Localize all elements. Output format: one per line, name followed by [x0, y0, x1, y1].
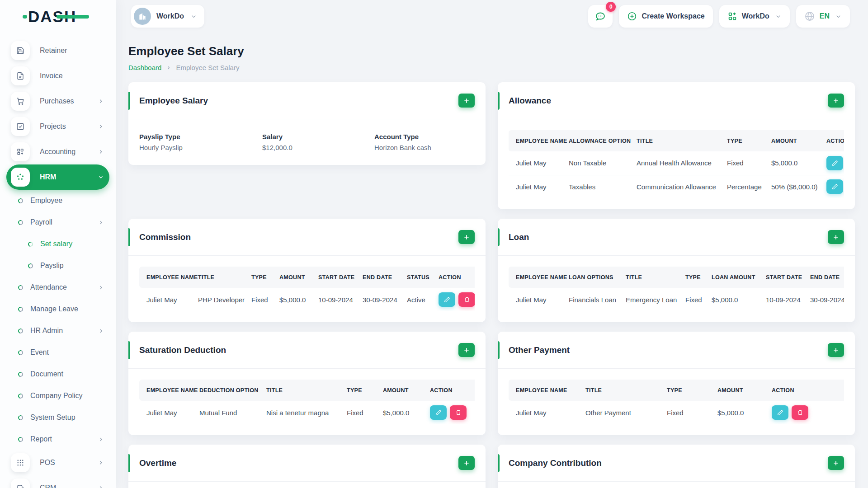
sidebar-item-label: Payroll: [30, 218, 98, 226]
breadcrumb-current: Employee Set Salary: [176, 64, 239, 71]
field-label: Salary: [262, 133, 374, 141]
add-other-payment-button[interactable]: [828, 343, 844, 357]
add-overtime-button[interactable]: [458, 456, 475, 470]
employee-salary-details: Payslip Type Hourly Payslip Salary $12,0…: [128, 119, 486, 165]
sidebar-item-report[interactable]: Report: [6, 428, 109, 450]
add-company-contribution-button[interactable]: [828, 456, 844, 470]
app-logo[interactable]: DASH: [0, 0, 116, 33]
card-header: Allowance: [498, 82, 855, 119]
sidebar-item-crm[interactable]: CRM: [6, 475, 109, 488]
sidebar-item-label: Projects: [40, 122, 98, 131]
app-menu-button[interactable]: WorkDo: [719, 5, 790, 28]
sidebar-item-invoice[interactable]: Invoice: [6, 63, 109, 89]
cell: Juliet May: [139, 288, 194, 311]
bullet-icon: [17, 436, 24, 443]
add-loan-button[interactable]: [828, 230, 844, 244]
sidebar-item-projects[interactable]: Projects: [6, 114, 109, 139]
edit-button[interactable]: [439, 292, 455, 307]
chevron-right-icon: [98, 285, 104, 291]
pencil-icon: [832, 183, 838, 190]
sidebar-item-company-policy[interactable]: Company Policy: [6, 385, 109, 407]
cell: Percentage: [723, 175, 768, 198]
sidebar-item-label: Purchases: [40, 97, 98, 105]
cell: Juliet May: [509, 401, 582, 424]
cell: 30-09-2024: [359, 288, 403, 311]
column-header: TYPE: [663, 380, 714, 401]
create-workspace-button[interactable]: Create Workspace: [619, 5, 712, 28]
cell: Juliet May: [509, 175, 565, 198]
bullet-icon: [17, 371, 24, 378]
edit-button[interactable]: [826, 156, 843, 170]
plus-icon: [832, 460, 840, 467]
breadcrumb-dashboard-link[interactable]: Dashboard: [128, 64, 161, 71]
table-header-row: EMPLOYEE NAME ALLOWNACE OPTION TITLE TYP…: [509, 130, 844, 151]
messages-button[interactable]: 0: [588, 5, 613, 28]
add-commission-button[interactable]: [458, 230, 475, 244]
plus-circle-icon: [627, 11, 637, 21]
cell: Juliet May: [509, 151, 565, 175]
cell: $5,000.0: [379, 401, 426, 424]
delete-button[interactable]: [458, 292, 475, 307]
chevron-down-icon: [835, 13, 842, 20]
salary-field: Salary $12,000.0: [262, 133, 374, 151]
delete-button[interactable]: [450, 405, 467, 420]
chevron-right-icon: [98, 460, 104, 466]
sidebar-item-employee[interactable]: Employee: [6, 190, 109, 211]
sidebar-item-accounting[interactable]: Accounting: [6, 139, 109, 164]
sidebar-item-document[interactable]: Document: [6, 363, 109, 385]
column-header: TYPE: [682, 267, 708, 288]
language-selector[interactable]: EN: [796, 5, 850, 28]
chevron-right-icon: [98, 436, 104, 442]
crm-icon: [11, 479, 30, 488]
bullet-icon: [27, 241, 34, 248]
sidebar-item-retainer[interactable]: Retainer: [6, 38, 109, 63]
add-saturation-deduction-button[interactable]: [458, 343, 475, 357]
hrm-icon: [11, 168, 30, 187]
sidebar-item-label: Attendance: [30, 283, 98, 291]
edit-button[interactable]: [826, 179, 843, 194]
card-title: Other Payment: [509, 345, 570, 355]
main-content: Employee Set Salary Dashboard Employee S…: [116, 33, 868, 488]
bullet-icon: [27, 263, 34, 269]
workspace-switcher[interactable]: WorkDo: [131, 5, 204, 28]
column-header: EMPLOYEE NAME: [139, 380, 196, 401]
column-header: TITLE: [194, 267, 248, 288]
globe-icon: [804, 11, 815, 22]
sidebar-item-payroll[interactable]: Payroll: [6, 211, 109, 233]
cell: Fixed: [682, 288, 708, 311]
sidebar-item-label: Payslip: [40, 262, 104, 270]
sidebar-item-hr-admin[interactable]: HR Admin: [6, 320, 109, 342]
card-title: Company Contribution: [509, 458, 602, 468]
overtime-card: Overtime: [128, 445, 486, 488]
employee-salary-card: Employee Salary Payslip Type Hourly Pays…: [128, 82, 486, 165]
account-type-field: Account Type Horizon Bank cash: [374, 133, 475, 151]
cell: 10-09-2024: [315, 288, 359, 311]
add-allowance-button[interactable]: [828, 94, 844, 108]
field-value: Horizon Bank cash: [374, 144, 475, 151]
other-payment-card: Other Payment EMPLOYEE NAME TITLE TYPE A…: [498, 332, 855, 435]
sidebar-item-event[interactable]: Event: [6, 342, 109, 363]
sidebar-item-manage-leave[interactable]: Manage Leave: [6, 298, 109, 320]
sidebar-item-set-salary[interactable]: Set salary: [6, 233, 109, 255]
cell: Nisi a tenetur magna: [263, 401, 343, 424]
plus-icon: [832, 97, 840, 104]
sidebar-item-system-setup[interactable]: System Setup: [6, 407, 109, 428]
check-square-icon: [11, 117, 30, 136]
sidebar-item-purchases[interactable]: Purchases: [6, 89, 109, 114]
column-header: AMOUNT: [768, 130, 823, 151]
edit-button[interactable]: [430, 405, 447, 420]
sidebar-item-pos[interactable]: POS: [6, 450, 109, 475]
field-value: $12,000.0: [262, 144, 374, 151]
plus-icon: [463, 347, 470, 354]
sidebar-item-label: CRM: [40, 484, 98, 488]
saturation-deduction-table: EMPLOYEE NAME DEDUCTION OPTION TITLE TYP…: [139, 380, 475, 424]
sidebar-item-attendance[interactable]: Attendance: [6, 277, 109, 298]
delete-button[interactable]: [792, 405, 808, 420]
sidebar-item-label: Report: [30, 435, 98, 443]
sidebar-item-payslip[interactable]: Payslip: [6, 255, 109, 277]
commission-card: Commission EMPLOYEE NAME TITLE TYPE AMOU…: [128, 219, 486, 322]
pencil-icon: [444, 296, 450, 303]
add-employee-salary-button[interactable]: [458, 94, 475, 108]
edit-button[interactable]: [772, 405, 788, 420]
sidebar-item-hrm[interactable]: HRM: [6, 164, 109, 190]
